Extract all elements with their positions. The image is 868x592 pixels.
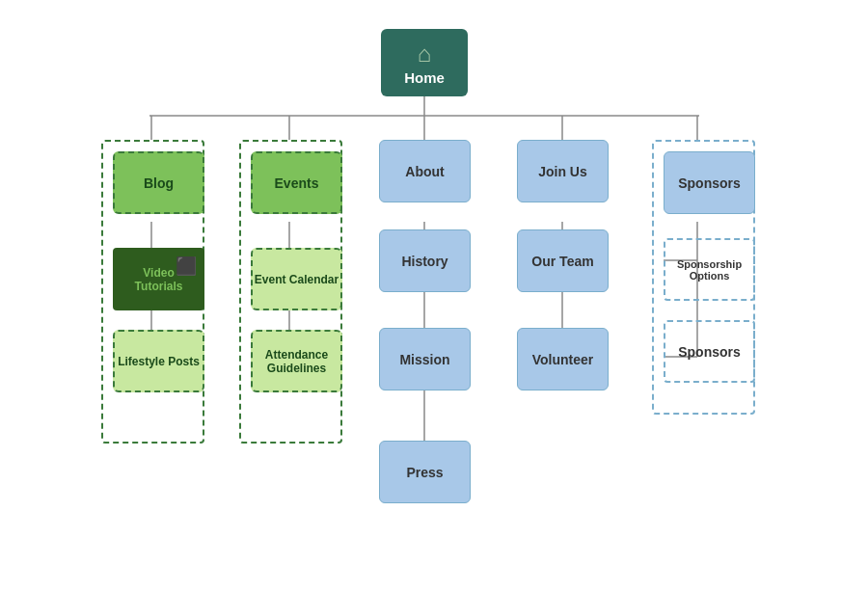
- events-group: Events Event Calendar Attendance Guideli…: [239, 140, 342, 444]
- attendance-guidelines-label: Attendance Guidelines: [253, 348, 340, 375]
- press-node[interactable]: Press: [379, 441, 471, 503]
- attendance-guidelines-node[interactable]: Attendance Guidelines: [251, 330, 342, 392]
- site-map-diagram: ⌂ Home Blog ⬛ Video Tutorials Lifestyle …: [0, 0, 868, 592]
- sponsors-child-group: Sponsors: [664, 320, 755, 383]
- volunteer-label: Volunteer: [532, 352, 594, 367]
- sponsorship-options-group: Sponsorship Options: [664, 238, 755, 301]
- sponsors-node[interactable]: Sponsors: [664, 151, 755, 214]
- lifestyle-posts-node[interactable]: Lifestyle Posts: [113, 330, 204, 392]
- history-node[interactable]: History: [379, 229, 471, 292]
- blog-group: Blog ⬛ Video Tutorials Lifestyle Posts: [101, 140, 204, 444]
- sponsors-group: Sponsors Sponsorship Options Sponsors: [652, 140, 755, 415]
- our-team-label: Our Team: [531, 254, 593, 269]
- press-label: Press: [406, 465, 443, 480]
- sponsorship-options-label: Sponsorship Options: [665, 258, 753, 282]
- mission-label: Mission: [399, 352, 449, 367]
- sponsors-label: Sponsors: [678, 175, 741, 191]
- volunteer-node[interactable]: Volunteer: [517, 328, 609, 390]
- event-calendar-label: Event Calendar: [255, 273, 339, 286]
- event-calendar-node[interactable]: Event Calendar: [251, 248, 342, 310]
- events-node[interactable]: Events: [251, 151, 342, 214]
- join-us-label: Join Us: [538, 164, 587, 179]
- about-node[interactable]: About: [379, 140, 471, 202]
- lifestyle-posts-label: Lifestyle Posts: [118, 355, 200, 368]
- video-tutorials-node[interactable]: ⬛ Video Tutorials: [113, 248, 204, 310]
- sponsors-child-label: Sponsors: [678, 344, 741, 360]
- home-node[interactable]: ⌂ Home: [381, 29, 468, 96]
- history-label: History: [401, 254, 448, 269]
- home-label: Home: [404, 69, 445, 86]
- blog-label: Blog: [144, 175, 174, 191]
- sponsors-child-node[interactable]: Sponsors: [665, 322, 753, 381]
- events-label: Events: [275, 175, 319, 191]
- join-us-node[interactable]: Join Us: [517, 140, 609, 202]
- video-icon: ⬛: [176, 256, 197, 277]
- blog-node[interactable]: Blog: [113, 151, 204, 214]
- our-team-node[interactable]: Our Team: [517, 229, 609, 292]
- home-icon: ⌂: [418, 40, 432, 67]
- mission-node[interactable]: Mission: [379, 328, 471, 390]
- about-label: About: [405, 164, 444, 179]
- sponsorship-options-node[interactable]: Sponsorship Options: [665, 240, 753, 299]
